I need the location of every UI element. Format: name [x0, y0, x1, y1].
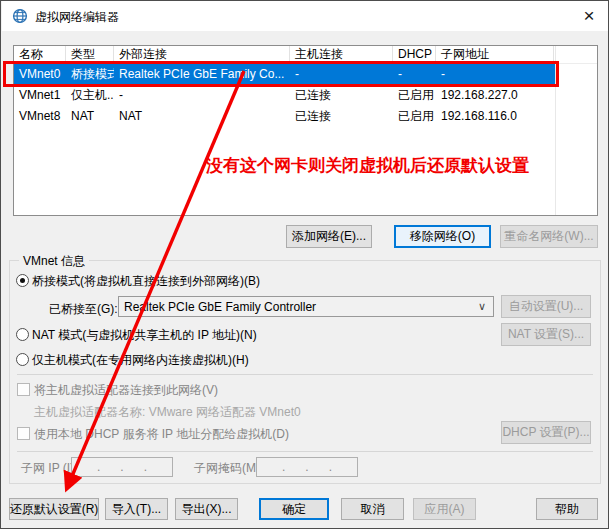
import-button[interactable]: 导入(T)...	[105, 498, 168, 520]
connect-host-adapter-checkbox	[17, 383, 30, 396]
help-button[interactable]: 帮助	[536, 498, 598, 520]
cell-dhcp: 已启用	[393, 85, 436, 106]
cell-subnet: -	[436, 64, 554, 85]
local-dhcp-checkbox	[17, 427, 30, 440]
cell-type: 桥接模式	[66, 64, 114, 85]
nat-settings-button: NAT 设置(S)...	[501, 323, 591, 346]
window-title: 虚拟网络编辑器	[35, 9, 119, 26]
cell-external: -	[114, 85, 290, 106]
separator	[17, 451, 593, 452]
title-bar: 虚拟网络编辑器 ×	[2, 1, 609, 31]
separator	[17, 374, 593, 375]
nat-mode-radio[interactable]	[16, 328, 29, 341]
host-adapter-name-text: 主机虚拟适配器名称: VMware 网络适配器 VMnet0	[34, 404, 301, 421]
subnet-mask-label: 子网掩码(M):	[194, 460, 263, 477]
cell-name: VMnet1	[14, 85, 66, 106]
network-globe-icon	[12, 8, 28, 24]
cell-name: VMnet0	[14, 64, 66, 85]
bridged-mode-radio-label[interactable]: 桥接模式(将虚拟机直接连接到外部网络)(B)	[32, 273, 260, 290]
bridged-to-dropdown[interactable]: Realtek PCIe GbE Family Controller ∨	[118, 296, 494, 317]
column-header-dhcp[interactable]: DHCP	[393, 46, 436, 64]
column-header-type[interactable]: 类型	[66, 46, 114, 64]
restore-defaults-button[interactable]: 还原默认设置(R)	[9, 498, 99, 520]
ok-button[interactable]: 确定	[259, 498, 329, 520]
vmnet-info-group-title: VMnet 信息	[19, 253, 89, 270]
cell-type: 仅主机...	[66, 85, 114, 106]
cell-host: 已连接	[290, 85, 393, 106]
apply-button: 应用(A)	[413, 498, 476, 520]
red-annotation-text: 没有这个网卡则关闭虚拟机后还原默认设置	[206, 154, 529, 177]
chevron-down-icon: ∨	[478, 300, 493, 313]
table-header: 名称 类型 外部连接 主机连接 DHCP 子网地址	[14, 46, 597, 64]
bridged-mode-radio[interactable]	[16, 274, 29, 287]
bridged-to-label: 已桥接至(G):	[49, 301, 118, 318]
auto-settings-button: 自动设置(U)...	[501, 295, 591, 318]
bridged-to-selected-value: Realtek PCIe GbE Family Controller	[119, 300, 478, 314]
host-only-mode-radio-label[interactable]: 仅主机模式(在专用网络内连接虚拟机)(H)	[32, 352, 249, 369]
cell-subnet: 192.168.227.0	[436, 85, 554, 106]
column-header-name[interactable]: 名称	[14, 46, 66, 64]
cancel-button[interactable]: 取消	[341, 498, 404, 520]
column-header-host[interactable]: 主机连接	[290, 46, 393, 64]
network-table[interactable]: 名称 类型 外部连接 主机连接 DHCP 子网地址 VMnet0 桥接模式 Re…	[13, 45, 598, 216]
cell-dhcp: 已启用	[393, 106, 436, 127]
host-only-mode-radio[interactable]	[16, 353, 29, 366]
cell-subnet: 192.168.116.0	[436, 106, 554, 127]
column-header-external[interactable]: 外部连接	[114, 46, 290, 64]
subnet-mask-input: . . .	[256, 457, 358, 477]
subnet-ip-input: . . .	[71, 457, 173, 477]
connect-host-adapter-checkbox-label: 将主机虚拟适配器连接到此网络(V)	[34, 382, 218, 399]
add-network-button[interactable]: 添加网络(E)...	[286, 225, 372, 248]
cell-host: -	[290, 64, 393, 85]
dhcp-settings-button: DHCP 设置(P)...	[501, 421, 591, 444]
cell-host: 已连接	[290, 106, 393, 127]
column-divider	[555, 46, 556, 215]
virtual-network-editor-window: 虚拟网络编辑器 × 名称 类型 外部连接 主机连接 DHCP 子网地址 VMne…	[0, 0, 609, 529]
column-header-subnet[interactable]: 子网地址	[436, 46, 554, 64]
cell-dhcp: -	[393, 64, 436, 85]
cell-type: NAT	[66, 106, 114, 127]
table-row-vmnet1[interactable]: VMnet1 仅主机... - 已连接 已启用 192.168.227.0	[14, 85, 554, 106]
remove-network-button[interactable]: 移除网络(O)	[394, 225, 491, 248]
cell-name: VMnet8	[14, 106, 66, 127]
table-row-vmnet0[interactable]: VMnet0 桥接模式 Realtek PCIe GbE Family Co..…	[14, 64, 555, 85]
export-button[interactable]: 导出(X)...	[175, 498, 238, 520]
nat-mode-radio-label[interactable]: NAT 模式(与虚拟机共享主机的 IP 地址)(N)	[32, 327, 257, 344]
subnet-ip-label: 子网 IP (I):	[21, 460, 77, 477]
cell-external: NAT	[114, 106, 290, 127]
rename-network-button: 重命名网络(W)...	[500, 225, 598, 248]
table-row-vmnet8[interactable]: VMnet8 NAT NAT 已连接 已启用 192.168.116.0	[14, 106, 554, 127]
close-icon[interactable]: ×	[572, 2, 606, 29]
column-header-filler	[554, 46, 597, 64]
local-dhcp-checkbox-label: 使用本地 DHCP 服务将 IP 地址分配给虚拟机(D)	[34, 426, 289, 443]
cell-external: Realtek PCIe GbE Family Co...	[114, 64, 290, 85]
